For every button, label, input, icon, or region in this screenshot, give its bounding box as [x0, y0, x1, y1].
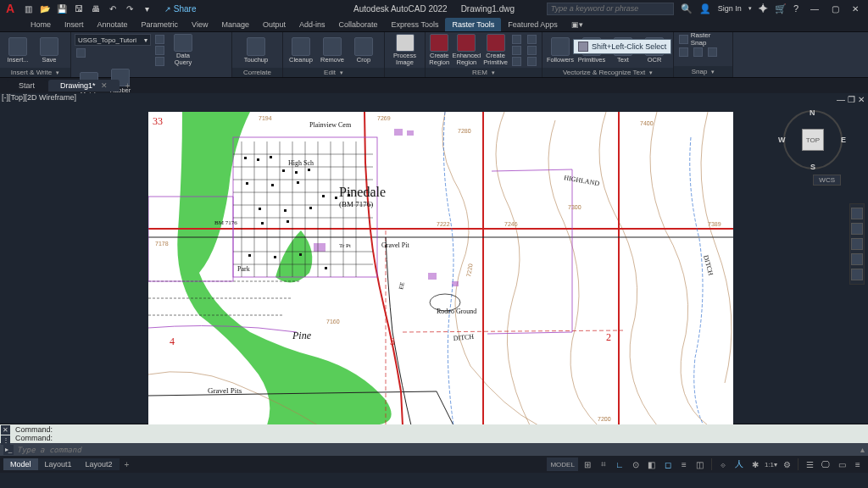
nav-showmotion-icon[interactable] — [851, 269, 863, 280]
cart-icon[interactable]: 🛒 — [775, 3, 787, 14]
annoauto-icon[interactable]: ✱ — [748, 458, 762, 471]
osnap-icon[interactable]: ◻ — [661, 458, 675, 471]
viewcube-n[interactable]: N — [810, 108, 815, 117]
enhanced-region-button[interactable]: Enhanced Region — [452, 34, 481, 66]
frame-icon[interactable] — [153, 45, 166, 55]
lineweight-icon[interactable]: ≡ — [677, 458, 691, 471]
cleanup-button[interactable]: Cleanup — [287, 34, 315, 66]
vp-restore-icon[interactable]: ❐ — [848, 95, 855, 104]
raster-snap-toggle[interactable]: Raster Snap — [677, 34, 729, 44]
search-input[interactable] — [547, 3, 674, 15]
qat-dropdown-icon[interactable]: ▾ — [141, 3, 153, 14]
crop-button[interactable]: Crop — [349, 34, 378, 66]
help-icon[interactable]: ? — [793, 3, 798, 14]
minimize-icon[interactable]: — — [805, 2, 824, 15]
close-icon[interactable]: ✕ — [846, 2, 865, 15]
scale-icon[interactable]: 1:1▾ — [765, 458, 777, 471]
qat-redo-icon[interactable]: ↷ — [124, 3, 136, 14]
snap-2-icon[interactable] — [692, 47, 704, 57]
menu-tab-collaborate[interactable]: Collaborate — [332, 18, 385, 31]
annovis-icon[interactable]: 人 — [732, 458, 746, 471]
autodesk-app-icon[interactable]: ⯌ — [759, 3, 768, 14]
panel-vectorize[interactable]: Vectorize & Recognize Text — [542, 68, 673, 77]
menu-tab-home[interactable]: Home — [24, 18, 58, 31]
save-button[interactable]: Save — [35, 34, 64, 66]
followers-button[interactable]: Followers — [546, 34, 575, 66]
layout-add-icon[interactable]: + — [120, 458, 135, 471]
menu-tab-insert[interactable]: Insert — [58, 18, 91, 31]
process-image-button[interactable]: Process Image — [388, 34, 421, 66]
doc-tab-drawing1[interactable]: Drawing1*✕ — [48, 80, 120, 92]
search-icon[interactable]: 🔍 — [681, 3, 693, 14]
vp-minimize-icon[interactable]: — — [837, 95, 845, 104]
isodraft-icon[interactable]: ◧ — [645, 458, 659, 471]
show-icon[interactable] — [153, 34, 166, 44]
viewcube[interactable]: TOP N E S W — [783, 110, 843, 169]
rem-small-3-icon[interactable] — [510, 56, 523, 66]
panel-edit[interactable]: Edit — [283, 68, 384, 77]
command-input[interactable] — [17, 446, 857, 454]
touchup-button[interactable]: Touchup — [236, 34, 276, 66]
menu-tab-featured-apps[interactable]: Featured Apps — [501, 18, 565, 31]
snap-3-icon[interactable] — [706, 47, 719, 57]
doc-tab-add-icon[interactable]: + — [121, 81, 135, 91]
doc-tab-close-icon[interactable]: ✕ — [101, 81, 108, 90]
viewcube-s[interactable]: S — [810, 163, 815, 171]
qat-open-icon[interactable]: 📂 — [39, 3, 51, 14]
zoom-to-button[interactable] — [75, 47, 151, 58]
remove-button[interactable]: Remove — [318, 34, 347, 66]
menu-tab-output[interactable]: Output — [256, 18, 292, 31]
quality-icon[interactable] — [153, 56, 166, 66]
annoscale-icon[interactable]: ⟐ — [716, 458, 730, 471]
status-mode-label[interactable]: MODEL — [547, 458, 577, 471]
menu-tab-add-ins[interactable]: Add-ins — [292, 18, 332, 31]
gear-icon[interactable]: ⚙ — [780, 458, 793, 471]
nav-pan-icon[interactable] — [851, 223, 863, 235]
panel-correlate[interactable]: Correlate — [232, 68, 282, 77]
monitor-icon[interactable]: 🖵 — [819, 458, 832, 471]
rem-small-4-icon[interactable] — [526, 34, 538, 44]
create-primitive-button[interactable]: Create Primitive — [483, 34, 508, 66]
snap-icon[interactable]: ⌗ — [597, 458, 610, 471]
polar-icon[interactable]: ⊙ — [629, 458, 643, 471]
qat-saveas-icon[interactable]: 🖫 — [73, 3, 85, 14]
vp-close-icon[interactable]: ✕ — [858, 95, 865, 104]
data-query-button[interactable]: Data Query — [169, 34, 198, 66]
transparency-icon[interactable]: ◫ — [693, 458, 707, 471]
rem-small-5-icon[interactable] — [526, 45, 538, 55]
layout-tab-layout2[interactable]: Layout2 — [79, 458, 120, 470]
app-logo-icon[interactable]: A — [3, 2, 17, 15]
nav-wheel-icon[interactable] — [851, 208, 863, 219]
layout-tab-layout1[interactable]: Layout1 — [38, 458, 79, 470]
ortho-icon[interactable]: ∟ — [613, 458, 626, 471]
qat-save-icon[interactable]: 💾 — [56, 3, 68, 14]
qat-new-icon[interactable]: ▥ — [22, 3, 34, 14]
workspace-icon[interactable]: ☰ — [803, 458, 816, 471]
menu-tab-view[interactable]: View — [185, 18, 214, 31]
cmd-menu-icon[interactable]: ▴ — [860, 445, 865, 454]
viewcube-top-face[interactable]: TOP — [802, 129, 824, 151]
rem-small-6-icon[interactable] — [526, 56, 538, 66]
doc-tab-start[interactable]: Start — [7, 80, 47, 92]
panel-insert-write[interactable]: Insert & Write — [0, 68, 70, 77]
customize-icon[interactable]: ≡ — [851, 458, 865, 471]
command-history[interactable]: ✕ ⋮ Command: Command: — [0, 424, 868, 443]
viewport[interactable]: [-][Top][2D Wireframe] — ❐ ✕ — [0, 93, 868, 424]
qat-undo-icon[interactable]: ↶ — [107, 3, 119, 14]
share-link[interactable]: ↗ Share — [164, 4, 196, 14]
panel-rem[interactable]: REM — [426, 68, 542, 77]
create-region-button[interactable]: Create Region — [429, 34, 449, 66]
grid-icon[interactable]: ⊞ — [581, 458, 594, 471]
panel-snap[interactable]: Snap — [674, 66, 732, 77]
cmd-toggle-icon[interactable]: ▸_ — [3, 445, 14, 455]
nav-zoom-icon[interactable] — [851, 238, 863, 250]
insert-button[interactable]: Insert... — [3, 34, 32, 66]
menu-tab-raster-tools[interactable]: Raster Tools — [445, 18, 501, 31]
image-combo[interactable]: USGS_Topo_Tutori▾ — [75, 34, 151, 46]
cleanscreen-icon[interactable]: ▭ — [835, 458, 849, 471]
viewcube-w[interactable]: W — [778, 136, 786, 144]
rem-small-2-icon[interactable] — [510, 45, 523, 55]
menu-tab-manage[interactable]: Manage — [214, 18, 256, 31]
cmd-handle-icon[interactable]: ⋮ — [1, 435, 10, 445]
viewcube-e[interactable]: E — [841, 136, 846, 144]
